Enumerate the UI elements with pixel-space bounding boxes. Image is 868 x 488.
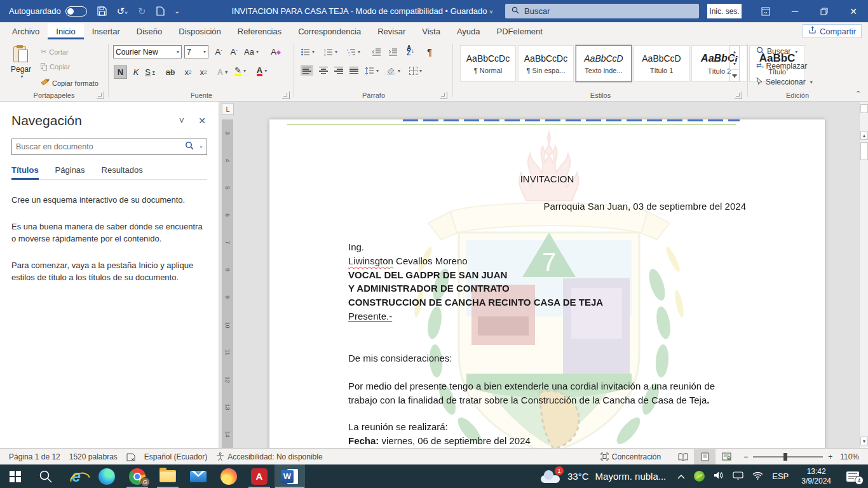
- font-dialog-launcher[interactable]: [282, 92, 290, 99]
- doc-address-block[interactable]: Ing. Liwinsgton Cevallos Moreno VOCAL DE…: [348, 240, 603, 323]
- weather-widget[interactable]: 1 33°C Mayorm. nubla...: [539, 470, 666, 483]
- tab-insertar[interactable]: Insertar: [84, 24, 128, 39]
- print-layout-icon[interactable]: [694, 449, 715, 464]
- doc-meeting-line[interactable]: La reunión se realizará:: [348, 420, 448, 434]
- highlight-color-button[interactable]: ✎▾: [234, 64, 247, 78]
- acrobat-icon[interactable]: A: [244, 464, 275, 488]
- firefox-icon[interactable]: [214, 464, 244, 488]
- document-search-box[interactable]: ˅: [11, 139, 207, 155]
- tab-pdfelement[interactable]: PDFelement: [489, 24, 551, 39]
- shading-icon[interactable]: ▾: [386, 64, 400, 78]
- bold-button[interactable]: N: [114, 65, 127, 79]
- doc-fecha-line[interactable]: Fecha: viernes, 06 de septiembre del 202…: [348, 434, 531, 448]
- restore-button[interactable]: [810, 0, 839, 22]
- scrollbar-thumb[interactable]: [860, 142, 868, 160]
- bullets-icon[interactable]: ▾: [301, 45, 315, 58]
- proofing-errors-icon[interactable]: [126, 452, 135, 461]
- change-case-icon[interactable]: Aa▾: [244, 45, 259, 58]
- tab-vista[interactable]: Vista: [414, 24, 449, 39]
- scroll-up-icon[interactable]: ▲: [860, 131, 868, 140]
- tab-revisar[interactable]: Revisar: [369, 24, 414, 39]
- language-tray[interactable]: ESP: [772, 471, 789, 481]
- navpane-tab-titulos[interactable]: Títulos: [11, 165, 39, 180]
- italic-button[interactable]: K: [130, 65, 142, 79]
- pilcrow-icon[interactable]: ¶: [423, 45, 436, 58]
- tray-expand-icon[interactable]: [677, 472, 685, 481]
- styles-scroll-up-icon[interactable]: ▲: [730, 46, 739, 57]
- style-titulo-1[interactable]: AaBbCcDTítulo 1: [634, 45, 689, 82]
- styles-dialog-launcher[interactable]: [735, 92, 742, 99]
- doc-body-paragraph[interactable]: Por medio del presente tengo a bien exte…: [348, 379, 715, 407]
- sort-icon[interactable]: AZ↓: [404, 44, 417, 57]
- word-icon[interactable]: W: [275, 464, 305, 488]
- search-icon[interactable]: [185, 141, 194, 152]
- notification-center-icon[interactable]: 4: [846, 471, 859, 482]
- quick-access-chevron-icon[interactable]: ⌄: [175, 8, 180, 15]
- navpane-tab-paginas[interactable]: Páginas: [55, 165, 85, 180]
- borders-icon[interactable]: ▾: [409, 64, 422, 78]
- minimize-button[interactable]: ─: [780, 0, 810, 22]
- cast-tray-icon[interactable]: [733, 471, 743, 482]
- paste-chevron-icon[interactable]: ▾: [8, 74, 36, 79]
- shrink-font-icon[interactable]: Aˇ: [227, 45, 240, 58]
- autosave-toggle[interactable]: [65, 6, 87, 17]
- focus-mode-button[interactable]: Concentración: [600, 452, 661, 461]
- clock[interactable]: 13:423/9/2024: [801, 467, 831, 486]
- increase-indent-icon[interactable]: [386, 45, 399, 58]
- web-layout-icon[interactable]: [715, 449, 737, 464]
- vertical-ruler[interactable]: 34567891011121314: [222, 119, 233, 448]
- accessibility-status[interactable]: Accesibilidad: No disponible: [216, 452, 322, 461]
- format-painter-button[interactable]: Copiar formato: [41, 78, 98, 88]
- tab-archivo[interactable]: Archivo: [4, 24, 48, 39]
- justify-button[interactable]: [349, 67, 358, 74]
- document-search-input[interactable]: [16, 142, 181, 151]
- style-sin-espaciado[interactable]: AaBbCcDc¶ Sin espa...: [518, 45, 574, 82]
- tab-diseno[interactable]: Diseño: [128, 24, 170, 39]
- tab-inicio[interactable]: Inicio: [48, 24, 83, 39]
- internet-explorer-icon[interactable]: e: [61, 464, 92, 488]
- file-explorer-icon[interactable]: [153, 464, 183, 488]
- edge-icon[interactable]: [92, 464, 122, 488]
- styles-scroll-down-icon[interactable]: ▼: [730, 57, 739, 69]
- tab-ayuda[interactable]: Ayuda: [449, 24, 489, 39]
- find-button[interactable]: Buscar▾: [756, 46, 797, 57]
- paragraph-dialog-launcher[interactable]: [440, 92, 447, 99]
- tab-disposicion[interactable]: Disposición: [170, 24, 229, 39]
- doc-salutation[interactable]: De mis consideraciones:: [348, 351, 452, 365]
- document-page[interactable]: 7: [269, 119, 825, 448]
- start-button[interactable]: [0, 464, 31, 488]
- line-spacing-icon[interactable]: ▾: [365, 64, 379, 78]
- replace-button[interactable]: ⇄ᵇReemplazar: [756, 62, 807, 71]
- close-button[interactable]: ✕: [839, 0, 868, 22]
- paste-button[interactable]: Pegar ▾: [6, 45, 36, 79]
- doc-heading[interactable]: INVITACION: [269, 172, 825, 186]
- font-name-combo[interactable]: Courier New▾: [113, 45, 182, 58]
- navpane-tab-resultados[interactable]: Resultados: [102, 165, 143, 180]
- multilevel-list-icon[interactable]: 1ai▾: [347, 45, 360, 58]
- tab-correspondencia[interactable]: Correspondencia: [290, 24, 369, 39]
- styles-gallery-more-icon[interactable]: ▬▼: [730, 69, 739, 81]
- wifi-icon[interactable]: [752, 471, 763, 482]
- navpane-close-icon[interactable]: ✕: [198, 116, 206, 126]
- page-indicator[interactable]: Página 1 de 12: [9, 452, 60, 461]
- clipboard-dialog-launcher[interactable]: [97, 92, 104, 99]
- share-button[interactable]: Compartir: [803, 24, 862, 38]
- ribbon-display-options-icon[interactable]: [751, 0, 780, 22]
- align-left-button[interactable]: [302, 67, 311, 74]
- word-count[interactable]: 1520 palabras: [69, 452, 118, 461]
- decrease-indent-icon[interactable]: [370, 45, 383, 58]
- sign-in-button[interactable]: Inic. ses.: [707, 4, 742, 18]
- read-mode-icon[interactable]: [672, 449, 694, 464]
- underline-button[interactable]: S▾: [144, 65, 156, 79]
- font-color-button[interactable]: A▾: [255, 64, 268, 78]
- superscript-button[interactable]: x2: [197, 65, 210, 79]
- ruler-toggle-button[interactable]: [860, 104, 868, 113]
- clear-formatting-icon[interactable]: A◆: [269, 45, 282, 58]
- align-right-button[interactable]: [334, 67, 343, 74]
- zoom-thumb[interactable]: [783, 453, 787, 461]
- scroll-down-icon[interactable]: ▼: [860, 437, 868, 445]
- tab-stop-selector[interactable]: L: [222, 103, 234, 115]
- style-normal[interactable]: AaBbCcDc¶ Normal: [460, 45, 516, 82]
- font-size-combo[interactable]: 7▾: [184, 45, 208, 58]
- numbering-icon[interactable]: 123▾: [324, 45, 337, 58]
